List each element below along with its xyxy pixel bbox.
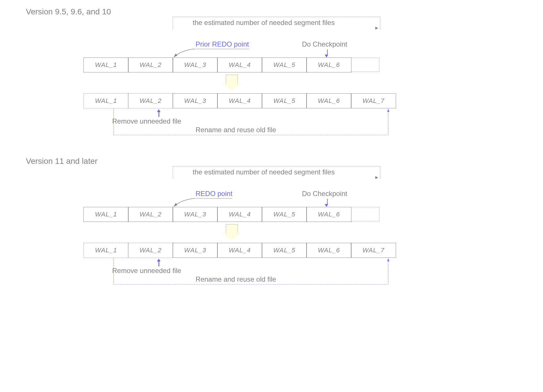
seg-bot7: WAL_7	[351, 93, 396, 108]
seg2-bot4: WAL_4	[217, 243, 262, 258]
seg-top2: WAL_2	[128, 57, 173, 72]
seg2-bot3: WAL_3	[173, 243, 218, 258]
section2-reuse-label: Rename and reuse old file	[196, 275, 276, 283]
section1-reuse-label: Rename and reuse old file	[196, 126, 276, 134]
seg2-top2: WAL_2	[128, 207, 173, 222]
section2-remove-arrow	[158, 259, 160, 266]
section1-checkpoint-arrow	[326, 49, 328, 57]
section2-estimated-arrow	[375, 176, 378, 179]
seg2-bot6: WAL_6	[306, 243, 351, 258]
section1-remove-arrow	[158, 109, 160, 117]
section1-remove-label: Remove unneeded file	[112, 117, 181, 125]
section2-estimated-box	[173, 166, 380, 178]
section2-top-extension	[351, 207, 380, 221]
seg-bot4: WAL_4	[217, 93, 262, 108]
seg2-bot5: WAL_5	[262, 243, 307, 258]
section1-top-extension	[351, 57, 380, 72]
seg2-top4: WAL_4	[217, 207, 262, 222]
seg-top1: WAL_1	[83, 57, 129, 72]
seg2-bot7: WAL_7	[351, 243, 396, 258]
section2-redo-label: REDO point	[196, 190, 232, 199]
diagram: Version 9.5, 9.6, and 10 the estimated n…	[0, 0, 543, 392]
seg-bot3: WAL_3	[173, 93, 218, 108]
seg-bot6: WAL_6	[306, 93, 351, 108]
seg2-bot2: WAL_2	[128, 243, 173, 258]
seg-top5: WAL_5	[262, 57, 307, 72]
seg2-top1: WAL_1	[83, 207, 129, 222]
seg2-top6: WAL_6	[306, 207, 351, 222]
seg2-top5: WAL_5	[262, 207, 307, 222]
seg2-bot1: WAL_1	[83, 243, 129, 258]
seg-top4: WAL_4	[217, 57, 262, 72]
section2-checkpoint-arrow	[326, 199, 328, 207]
section1-redo-label: Prior REDO point	[196, 40, 249, 49]
section1-estimated-arrow	[375, 27, 378, 30]
seg-bot5: WAL_5	[262, 93, 307, 108]
section1-title: Version 9.5, 9.6, and 10	[26, 7, 111, 16]
section1-checkpoint-label: Do Checkpoint	[302, 40, 347, 48]
section2-remove-label: Remove unneeded file	[112, 267, 181, 275]
section1-estimated-box	[173, 17, 380, 29]
section2-title: Version 11 and later	[26, 157, 97, 166]
seg-bot1: WAL_1	[83, 93, 129, 108]
seg-top3: WAL_3	[173, 57, 218, 72]
seg-bot2: WAL_2	[128, 93, 173, 108]
seg2-top3: WAL_3	[173, 207, 218, 222]
section2-checkpoint-label: Do Checkpoint	[302, 190, 347, 198]
seg-top6: WAL_6	[306, 57, 351, 72]
